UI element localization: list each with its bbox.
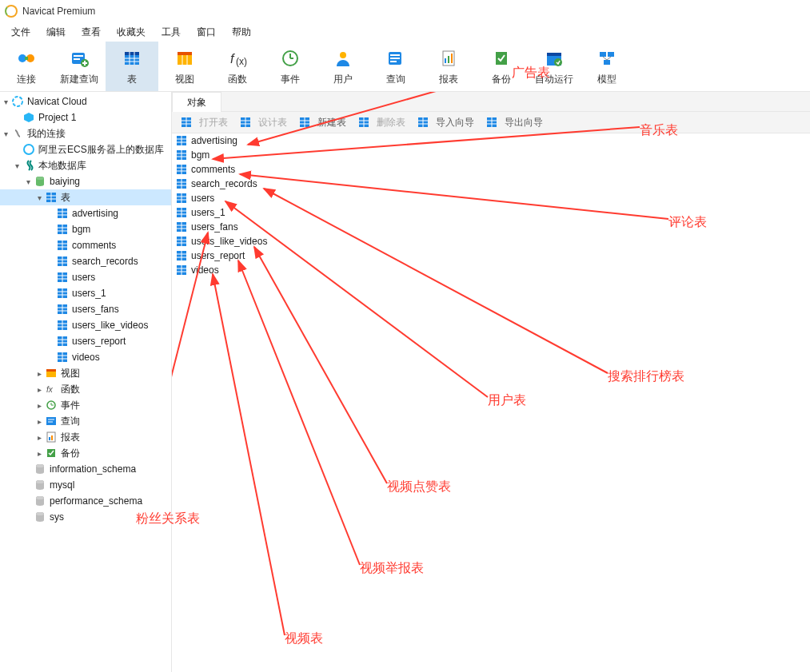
tree-label: users_like_videos bbox=[72, 320, 148, 331]
tree-db-information_schema[interactable]: information_schema bbox=[0, 461, 171, 477]
svg-rect-30 bbox=[445, 58, 446, 63]
tree-db-performance_schema[interactable]: performance_schema bbox=[0, 493, 171, 509]
table-icon bbox=[175, 192, 188, 205]
tool-label: 连接 bbox=[17, 73, 36, 86]
objtool-导入向导[interactable]: 导入向导 bbox=[413, 116, 477, 129]
tree-conn-aliyun[interactable]: 阿里云ECS服务器上的数据库 bbox=[0, 141, 171, 157]
clock-s-icon bbox=[45, 399, 58, 412]
tool-clock[interactable]: 事件 bbox=[264, 42, 317, 91]
report-s-icon bbox=[45, 431, 58, 443]
tree-group-view[interactable]: 视图 bbox=[0, 365, 171, 381]
svg-rect-39 bbox=[604, 60, 610, 65]
object-comments[interactable]: comments bbox=[172, 162, 810, 177]
tree-table-videos[interactable]: videos bbox=[0, 349, 171, 365]
twisty-icon[interactable] bbox=[11, 161, 22, 170]
tree-group-fx[interactable]: fx函数 bbox=[0, 381, 171, 397]
svg-rect-27 bbox=[390, 58, 400, 59]
tool-query-new[interactable]: 新建查询 bbox=[53, 42, 106, 91]
twisty-icon[interactable] bbox=[34, 417, 45, 426]
object-advertising[interactable]: advertising bbox=[172, 133, 810, 148]
tree-group-report[interactable]: 报表 bbox=[0, 429, 171, 445]
sidebar-tree[interactable]: Navicat CloudProject 1我的连接阿里云ECS服务器上的数据库… bbox=[0, 92, 172, 672]
twisty-icon[interactable] bbox=[22, 177, 34, 186]
tree-group-query[interactable]: 查询 bbox=[0, 413, 171, 429]
svg-rect-37 bbox=[600, 52, 606, 57]
tree-project[interactable]: Project 1 bbox=[0, 109, 171, 125]
tree-table-users_1[interactable]: users_1 bbox=[0, 285, 171, 301]
twisty-icon[interactable] bbox=[34, 369, 45, 378]
tree-label: 备份 bbox=[61, 447, 80, 460]
objtool-新建表[interactable]: 新建表 bbox=[295, 116, 349, 129]
object-users_like_videos[interactable]: users_like_videos bbox=[172, 234, 810, 249]
tree-group-clock[interactable]: 事件 bbox=[0, 397, 171, 413]
twisty-icon[interactable] bbox=[34, 385, 45, 394]
object-bgm[interactable]: bgm bbox=[172, 148, 810, 162]
tree-label: performance_schema bbox=[50, 495, 142, 507]
tool-model[interactable]: 模型 bbox=[581, 42, 633, 91]
tree-table-advertising[interactable]: advertising bbox=[0, 205, 171, 221]
object-users_1[interactable]: users_1 bbox=[172, 205, 810, 220]
tree-table-comments[interactable]: comments bbox=[0, 237, 171, 253]
query-icon bbox=[385, 47, 407, 70]
table-s-icon bbox=[56, 239, 69, 252]
object-label: comments bbox=[191, 164, 235, 175]
menu-window[interactable]: 窗口 bbox=[189, 23, 224, 42]
app-title: Navicat Premium bbox=[22, 6, 95, 17]
tool-user[interactable]: 用户 bbox=[317, 42, 369, 91]
svg-point-36 bbox=[554, 58, 562, 66]
tree-db-baiying[interactable]: baiying bbox=[0, 173, 171, 189]
twisty-icon[interactable] bbox=[34, 193, 45, 202]
tool-view[interactable]: 视图 bbox=[158, 42, 211, 91]
tree-table-users_like_videos[interactable]: users_like_videos bbox=[0, 317, 171, 333]
menu-edit[interactable]: 编辑 bbox=[38, 23, 74, 42]
tool-table[interactable]: 表 bbox=[106, 42, 158, 91]
table-icon bbox=[239, 116, 252, 129]
object-videos[interactable]: videos bbox=[172, 263, 810, 277]
tree-table-search_records[interactable]: search_records bbox=[0, 253, 171, 269]
twisty-icon[interactable] bbox=[34, 433, 45, 442]
table-s-icon bbox=[56, 223, 69, 236]
tree-table-bgm[interactable]: bgm bbox=[0, 221, 171, 237]
tree-my-connections[interactable]: 我的连接 bbox=[0, 125, 171, 141]
menu-fav[interactable]: 收藏夹 bbox=[109, 23, 154, 42]
twisty-icon[interactable] bbox=[0, 97, 11, 106]
menu-view[interactable]: 查看 bbox=[74, 23, 109, 42]
twisty-icon[interactable] bbox=[34, 401, 45, 410]
tree-table-users_report[interactable]: users_report bbox=[0, 333, 171, 349]
objtool-label: 导入向导 bbox=[436, 116, 474, 129]
tab-objects[interactable]: 对象 bbox=[172, 92, 221, 112]
menu-tools[interactable]: 工具 bbox=[154, 23, 189, 42]
tree-group-backup[interactable]: 备份 bbox=[0, 445, 171, 461]
svg-rect-4 bbox=[74, 55, 83, 57]
menu-help[interactable]: 帮助 bbox=[224, 23, 259, 42]
object-search_records[interactable]: search_records bbox=[172, 177, 810, 191]
tree-label: videos bbox=[72, 352, 100, 363]
tree-navicat-cloud[interactable]: Navicat Cloud bbox=[0, 93, 171, 109]
svg-rect-2 bbox=[25, 57, 28, 60]
object-users_report[interactable]: users_report bbox=[172, 249, 810, 263]
annotation-label: 搜索排行榜表 bbox=[608, 368, 684, 385]
object-label: search_records bbox=[191, 178, 257, 189]
db-icon bbox=[34, 175, 46, 188]
object-label: videos bbox=[191, 264, 219, 276]
tree-conn-local[interactable]: 本地数据库 bbox=[0, 157, 171, 173]
db-gray-icon bbox=[34, 463, 46, 475]
tree-db-mysql[interactable]: mysql bbox=[0, 477, 171, 493]
twisty-icon[interactable] bbox=[34, 449, 45, 458]
tool-query[interactable]: 查询 bbox=[369, 42, 422, 91]
objtool-导出向导[interactable]: 导出向导 bbox=[482, 116, 546, 129]
tree-table-users_fans[interactable]: users_fans bbox=[0, 301, 171, 317]
twisty-icon[interactable] bbox=[0, 129, 11, 138]
tool-plug[interactable]: 连接 bbox=[0, 42, 53, 91]
object-users_fans[interactable]: users_fans bbox=[172, 220, 810, 234]
object-users[interactable]: users bbox=[172, 191, 810, 205]
tool-report[interactable]: 报表 bbox=[422, 42, 475, 91]
svg-point-109 bbox=[36, 496, 44, 499]
menu-file[interactable]: 文件 bbox=[3, 23, 38, 42]
proj-icon bbox=[22, 111, 35, 124]
objtool-label: 新建表 bbox=[317, 116, 346, 129]
tree-tables-node[interactable]: 表 bbox=[0, 189, 171, 205]
tool-fx[interactable]: f(x)函数 bbox=[211, 42, 264, 91]
svg-rect-28 bbox=[390, 61, 397, 62]
tree-table-users[interactable]: users bbox=[0, 269, 171, 285]
